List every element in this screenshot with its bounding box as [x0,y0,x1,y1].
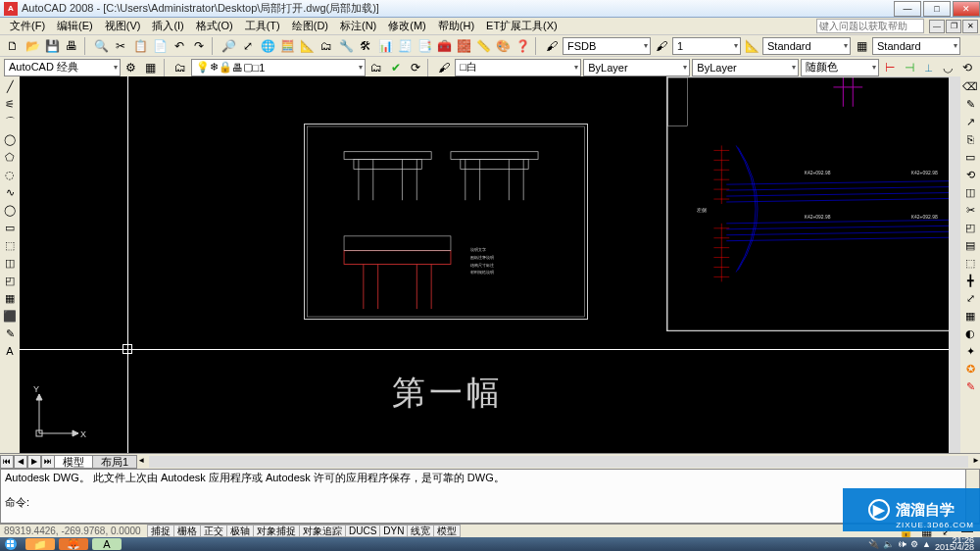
tool-icon[interactable]: 🧾 [396,37,414,55]
minimize-button[interactable]: — [894,1,921,17]
undo-icon[interactable]: ↶ [171,37,188,55]
tray-icon[interactable]: ⚙ [910,539,918,549]
preview-icon[interactable]: 🔍 [92,37,110,55]
toggle-lwt[interactable]: 线宽 [407,525,434,537]
command-window[interactable]: Autodesk DWG。 此文件上次由 Autodesk 应用程序或 Auto… [0,469,980,524]
spline-icon[interactable]: ∿ [2,184,18,200]
lineweight-dropdown[interactable]: 1 [672,37,741,55]
cut-icon[interactable]: ✂ [112,37,129,55]
tab-nav-prev[interactable]: ◀ [14,455,27,469]
tool-icon[interactable]: 🗂 [318,37,335,55]
taskbar-app-firefox[interactable]: 🦊 [59,538,88,550]
open-icon[interactable]: 📂 [24,37,41,55]
tab-nav-first[interactable]: ⏮ [0,455,14,469]
region-icon[interactable]: ⬛ [2,308,18,324]
tray-show-hidden-icon[interactable]: ▲ [922,539,931,549]
toggle-ortho[interactable]: 正交 [200,525,227,537]
xline-icon[interactable]: ⚟ [2,96,18,112]
toggle-grid[interactable]: 栅格 [173,525,201,537]
font-dropdown[interactable]: FSDB [563,37,651,55]
tool-icon[interactable]: 📐 [298,37,316,55]
hatch-icon[interactable]: ▦ [2,290,18,306]
menu-edit[interactable]: 编辑(E) [51,19,99,33]
print-icon[interactable]: 🖶 [63,37,80,55]
tab-nav-last[interactable]: ⏭ [41,455,55,469]
rectangle-icon[interactable]: ▭ [2,220,18,235]
toggle-snap[interactable]: 捕捉 [147,525,174,537]
menu-dimension[interactable]: 标注(N) [334,19,382,33]
save-icon[interactable]: 💾 [43,37,61,55]
rotate-icon[interactable]: ◫ [962,184,978,200]
modify-tool-icon[interactable]: ✎ [962,378,978,394]
layer-tool-icon[interactable]: ⟳ [407,59,424,76]
copy-icon[interactable]: 📋 [131,37,149,55]
doc-restore-button[interactable]: ❐ [946,20,961,33]
redo-icon[interactable]: ↷ [190,37,208,55]
copy-icon[interactable]: ✎ [962,96,978,112]
menu-insert[interactable]: 插入(I) [146,19,189,33]
help-icon[interactable]: ❓ [514,37,531,55]
maximize-button[interactable]: □ [923,1,951,17]
toggle-model[interactable]: 模型 [433,525,461,537]
layer-tool-icon[interactable]: ▦ [142,59,160,76]
help-search-input[interactable] [816,19,924,33]
tool-icon[interactable]: 🔧 [337,37,355,55]
menu-tools[interactable]: 工具(T) [239,19,286,33]
tablestyle-dropdown[interactable]: Standard [872,37,960,55]
orbit-icon[interactable]: 🌐 [259,37,276,55]
drawing-canvas[interactable]: 说明文字 图纸注释说明 结构尺寸标注 材料规格说明 [20,76,960,453]
offset-icon[interactable]: ⎘ [962,131,978,147]
insert-icon[interactable]: ◫ [2,255,18,271]
tool-icon[interactable]: 📏 [474,37,492,55]
textstyle-dropdown[interactable]: Standard [762,37,851,55]
menu-format[interactable]: 格式(O) [190,19,239,33]
taskbar-app-autocad[interactable]: A [92,538,122,550]
scale-icon[interactable]: ✂ [962,202,978,218]
erase-icon[interactable]: ⌫ [962,78,978,94]
line-icon[interactable]: ╱ [2,78,18,94]
hscrollbar[interactable] [149,456,968,468]
workspace-dropdown[interactable]: AutoCAD 经典 [4,59,121,76]
close-button[interactable]: ✕ [953,1,980,17]
dim-icon[interactable]: 📐 [743,37,760,55]
layer-tool-icon[interactable]: ✔ [387,59,405,76]
menu-et-tools[interactable]: ET扩展工具(X) [480,19,564,33]
new-icon[interactable]: 🗋 [4,37,22,55]
date[interactable]: 2015/4/28 [935,544,974,551]
stretch-icon[interactable]: ◰ [962,220,978,235]
gear-icon[interactable]: ⚙ [122,59,140,76]
tray-icon[interactable]: 🕪 [898,539,906,549]
menu-view[interactable]: 视图(V) [99,19,147,33]
linetype-dropdown[interactable]: ByLayer [583,59,690,76]
layer-props-icon[interactable]: 🗂 [172,59,189,76]
color-dropdown[interactable]: □白 [455,59,581,76]
ellipse-arc-icon[interactable]: ◯ [2,202,18,218]
tool-icon[interactable]: 🎨 [494,37,512,55]
menu-file[interactable]: 文件(F) [4,19,51,33]
tray-icon[interactable]: 🔈 [883,539,894,549]
pan-icon[interactable]: ⤢ [239,37,257,55]
move-icon[interactable]: ⟲ [962,167,978,182]
layer-dropdown[interactable]: 💡 ❄ 🔒 🖶 ▢ □1 [191,59,366,76]
dim-tool-icon[interactable]: ⟲ [958,59,976,76]
tab-nav-next[interactable]: ▶ [27,455,41,469]
extend-icon[interactable]: ⬚ [962,255,978,271]
dim-tool-icon[interactable]: ◡ [939,59,956,76]
dim-tool-icon[interactable]: ⟂ [920,59,938,76]
start-button[interactable] [0,537,22,551]
trim-icon[interactable]: ▤ [962,237,978,253]
menu-draw[interactable]: 绘图(D) [286,19,334,33]
ellipse-icon[interactable]: ◌ [2,167,18,182]
dim-tool-icon[interactable]: ⊢ [881,59,899,76]
zoom-icon[interactable]: 🔎 [220,37,237,55]
break-icon[interactable]: ╋ [962,273,978,288]
toggle-osnap[interactable]: 对象捕捉 [253,525,300,537]
tray-icon[interactable]: 🔌 [868,539,879,549]
brush-icon[interactable]: 🖌 [543,37,561,55]
tool-icon[interactable]: 📑 [416,37,433,55]
toggle-otrack[interactable]: 对象追踪 [299,525,346,537]
explode-icon[interactable]: ✦ [962,343,978,359]
fillet-icon[interactable]: ◐ [962,326,978,341]
chamfer-icon[interactable]: ▦ [962,308,978,324]
lineweight-dropdown[interactable]: ByLayer [692,59,799,76]
